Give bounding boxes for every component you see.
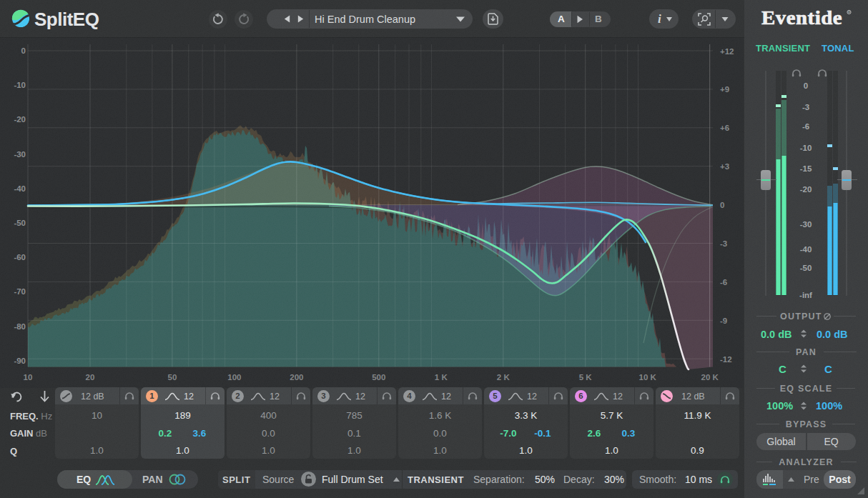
svg-text:-70: -70: [14, 287, 26, 296]
svg-text:0: 0: [720, 201, 724, 209]
svg-text:-10: -10: [14, 81, 26, 89]
svg-text:20 K: 20 K: [701, 373, 719, 382]
svg-text:10: 10: [24, 373, 33, 382]
svg-text:-90: -90: [14, 357, 26, 365]
svg-text:+6: +6: [720, 124, 729, 132]
svg-text:-60: -60: [14, 253, 26, 262]
svg-text:100: 100: [227, 373, 241, 382]
svg-text:1 K: 1 K: [435, 373, 448, 382]
svg-text:-40: -40: [14, 184, 26, 193]
svg-text:200: 200: [290, 373, 303, 382]
svg-text:SplitEQ: SplitEQ: [34, 9, 99, 30]
svg-text:-20: -20: [14, 115, 26, 124]
svg-text:Eventide: Eventide: [761, 6, 842, 29]
svg-text:-30: -30: [14, 150, 26, 159]
svg-text:2 K: 2 K: [497, 373, 511, 382]
svg-text:10 K: 10 K: [639, 373, 657, 382]
svg-text:-3: -3: [720, 239, 727, 248]
svg-text:20: 20: [86, 373, 95, 382]
svg-text:-6: -6: [720, 278, 727, 287]
svg-text:50: 50: [168, 373, 177, 382]
svg-text:-9: -9: [720, 317, 727, 325]
svg-text:-80: -80: [14, 322, 26, 331]
svg-text:+3: +3: [720, 162, 729, 171]
svg-text:+9: +9: [720, 85, 729, 94]
svg-text:500: 500: [372, 373, 385, 382]
svg-text:5 K: 5 K: [579, 373, 593, 382]
svg-text:-12: -12: [720, 355, 732, 364]
svg-text:0: 0: [21, 46, 26, 55]
svg-text:-50: -50: [14, 219, 26, 227]
svg-text:+12: +12: [720, 47, 734, 56]
